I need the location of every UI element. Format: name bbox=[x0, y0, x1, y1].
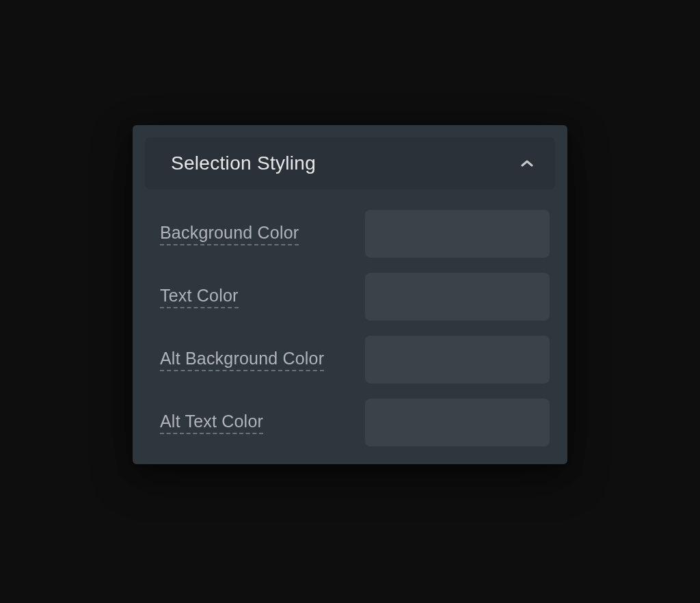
background-color-input[interactable] bbox=[365, 210, 550, 258]
field-label: Text Color bbox=[160, 286, 239, 308]
text-color-input[interactable] bbox=[365, 273, 550, 321]
field-row-text-color: Text Color bbox=[150, 273, 550, 321]
alt-text-color-input[interactable] bbox=[365, 399, 550, 446]
field-row-alt-background-color: Alt Background Color bbox=[150, 336, 550, 384]
field-label: Alt Text Color bbox=[160, 412, 263, 434]
field-label: Background Color bbox=[160, 223, 299, 245]
panel-title: Selection Styling bbox=[171, 152, 316, 174]
fields-container: Background Color Text Color Alt Backgrou… bbox=[145, 189, 555, 446]
field-row-alt-text-color: Alt Text Color bbox=[150, 399, 550, 446]
field-label: Alt Background Color bbox=[160, 349, 324, 371]
panel-header[interactable]: Selection Styling bbox=[145, 137, 555, 189]
chevron-up-icon bbox=[521, 159, 533, 168]
field-row-background-color: Background Color bbox=[150, 210, 550, 258]
alt-background-color-input[interactable] bbox=[365, 336, 550, 384]
selection-styling-panel: Selection Styling Background Color Text … bbox=[133, 125, 567, 464]
